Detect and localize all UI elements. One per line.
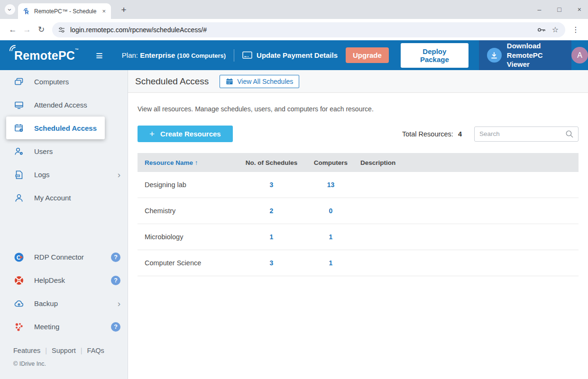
- schedules-count-link[interactable]: 1: [239, 233, 303, 241]
- sidebar-item-logs[interactable]: Logs ›: [0, 163, 128, 186]
- window-controls: – □ ×: [538, 0, 581, 19]
- create-resources-label: Create Resources: [160, 130, 221, 138]
- chevron-right-icon[interactable]: ›: [118, 298, 120, 309]
- sidebar-item-label: My Account: [34, 194, 71, 202]
- sidebar-item-label: HelpDesk: [34, 276, 65, 284]
- search-box[interactable]: [474, 126, 579, 142]
- upgrade-button[interactable]: Upgrade: [346, 47, 389, 63]
- plan-label: Plan:: [122, 51, 138, 59]
- computers-count-link[interactable]: 1: [303, 233, 358, 241]
- sidebar-item-label: Users: [34, 147, 53, 155]
- sidebar-item-scheduled-access[interactable]: Scheduled Access: [6, 117, 105, 139]
- rdp-connector-icon: C: [13, 252, 24, 262]
- update-payment-link[interactable]: Update Payment Details: [242, 51, 338, 59]
- help-icon[interactable]: ?: [111, 322, 120, 332]
- sidebar-item-label: Scheduled Access: [34, 124, 97, 132]
- download-viewer-button[interactable]: Download RemotePC Viewer: [479, 40, 571, 70]
- plan-computers: (100 Computers): [177, 52, 226, 59]
- bookmark-star-icon[interactable]: ☆: [551, 25, 562, 34]
- plus-icon: +: [149, 129, 155, 139]
- browser-menu-icon[interactable]: ⋮: [569, 25, 582, 34]
- help-icon[interactable]: ?: [111, 276, 120, 285]
- view-all-schedules-button[interactable]: View All Schedules: [220, 75, 299, 88]
- help-icon[interactable]: ?: [111, 253, 120, 262]
- total-resources-label: Total Resources:: [402, 130, 453, 138]
- view-all-schedules-label: View All Schedules: [237, 78, 293, 85]
- footer-link-support[interactable]: Support: [52, 347, 76, 354]
- column-header-schedules: No. of Schedules: [239, 159, 303, 166]
- computers-icon: [13, 77, 24, 87]
- computers-count-link[interactable]: 1: [303, 259, 358, 267]
- sidebar-spacer: [0, 209, 128, 245]
- logs-icon: [13, 170, 24, 180]
- address-bar[interactable]: login.remotepc.com/rpcnew/scheduleAccess…: [52, 22, 565, 37]
- schedules-count-link[interactable]: 3: [239, 181, 303, 189]
- sort-up-icon: ↑: [195, 159, 198, 166]
- minimize-button[interactable]: –: [538, 6, 542, 13]
- computers-count-link[interactable]: 13: [303, 181, 358, 189]
- computers-count-link[interactable]: 0: [303, 207, 358, 215]
- sidebar-item-helpdesk[interactable]: HelpDesk ?: [0, 269, 128, 292]
- table-header-row: Resource Name ↑ No. of Schedules Compute…: [138, 153, 579, 172]
- sidebar-item-computers[interactable]: Computers: [0, 70, 128, 93]
- calendar-icon: [226, 78, 233, 85]
- page-description: View all resources. Manage schedules, us…: [138, 105, 579, 113]
- users-icon: [13, 146, 24, 157]
- svg-text:R: R: [25, 9, 29, 15]
- site-settings-icon[interactable]: [58, 26, 65, 34]
- my-account-icon: [13, 193, 24, 203]
- actions-row: + Create Resources Total Resources: 4: [138, 126, 579, 142]
- refresh-button[interactable]: ↻: [34, 25, 48, 35]
- sidebar-item-label: Logs: [34, 171, 50, 179]
- remotepc-favicon-icon: R: [23, 8, 30, 15]
- avatar-area: A: [571, 47, 588, 63]
- search-input[interactable]: [479, 130, 565, 137]
- forward-button[interactable]: →: [20, 25, 34, 35]
- footer-link-faqs[interactable]: FAQs: [87, 347, 104, 354]
- password-key-icon[interactable]: [537, 27, 546, 33]
- browser-tab-strip: › R RemotePC™ - Schedule Access × + – □ …: [0, 0, 588, 19]
- main-content: Scheduled Access View All Schedules View…: [128, 70, 588, 379]
- total-resources: Total Resources: 4: [402, 130, 462, 138]
- column-header-resource-name[interactable]: Resource Name ↑: [138, 159, 239, 166]
- url-text[interactable]: login.remotepc.com/rpcnew/scheduleAccess…: [70, 26, 533, 34]
- sidebar-item-users[interactable]: Users: [0, 140, 128, 163]
- schedules-count-link[interactable]: 2: [239, 207, 303, 215]
- close-window-button[interactable]: ×: [578, 6, 581, 13]
- create-resources-button[interactable]: + Create Resources: [138, 126, 233, 142]
- table-row: Designing lab 3 13: [138, 172, 579, 198]
- deploy-package-button[interactable]: Deploy Package: [401, 43, 469, 68]
- update-payment-label: Update Payment Details: [257, 51, 338, 59]
- logo-text: RemotePC: [14, 49, 75, 62]
- chevron-right-icon[interactable]: ›: [118, 170, 120, 180]
- footer-link-features[interactable]: Features: [13, 347, 40, 354]
- schedules-count-link[interactable]: 3: [239, 259, 303, 267]
- maximize-button[interactable]: □: [557, 6, 561, 13]
- app-header: RemotePC™ ≡ Plan: Enterprise (100 Comput…: [0, 40, 588, 70]
- table-row: Computer Science 3 1: [138, 250, 579, 276]
- sidebar-item-backup[interactable]: Backup ›: [0, 292, 128, 315]
- footer-separator: |: [45, 347, 47, 354]
- sidebar-item-label: Computers: [34, 78, 69, 86]
- sidebar-item-label: Attended Access: [34, 101, 87, 109]
- resource-name: Microbiology: [138, 233, 239, 241]
- column-header-computers: Computers: [303, 159, 358, 166]
- back-button[interactable]: ←: [6, 25, 20, 35]
- tab-title: RemotePC™ - Schedule Access: [34, 8, 97, 15]
- sidebar-item-rdp-connector[interactable]: C RDP Connector ?: [0, 245, 128, 269]
- table-row: Chemistry 2 0: [138, 198, 579, 224]
- new-tab-button[interactable]: +: [118, 4, 130, 16]
- tab-search-button[interactable]: ›: [5, 4, 15, 15]
- avatar[interactable]: A: [571, 47, 588, 63]
- footer-separator: |: [81, 347, 83, 354]
- sidebar-item-meeting[interactable]: Meeting ?: [0, 315, 128, 338]
- browser-tab[interactable]: R RemotePC™ - Schedule Access ×: [18, 3, 111, 19]
- sidebar-item-my-account[interactable]: My Account: [0, 186, 128, 209]
- sidebar-item-attended-access[interactable]: Attended Access: [0, 93, 128, 117]
- remotepc-logo[interactable]: RemotePC™: [14, 48, 79, 63]
- download-icon: [487, 48, 502, 63]
- table-row: Microbiology 1 1: [138, 224, 579, 250]
- header-divider: [234, 49, 234, 62]
- tab-close-icon[interactable]: ×: [101, 8, 107, 15]
- helpdesk-icon: [13, 275, 24, 286]
